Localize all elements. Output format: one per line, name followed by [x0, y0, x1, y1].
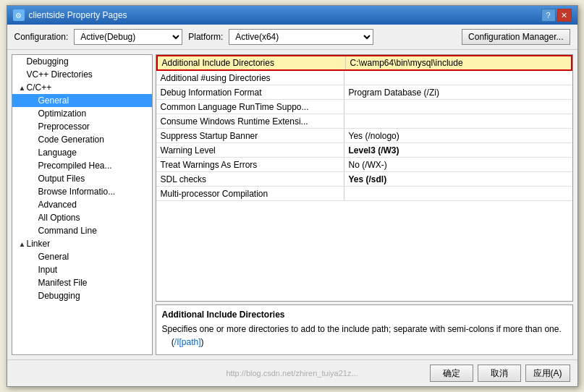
platform-select[interactable]: Active(x64)	[229, 29, 373, 45]
props-name-suppress-startup: Suppress Startup Banner	[156, 129, 344, 142]
properties-table: Additional Include DirectoriesC:\wamp64\…	[156, 54, 573, 302]
right-panel: Additional Include DirectoriesC:\wamp64\…	[156, 54, 573, 355]
watermark: http://blog.csdn.net/zhiren_tuiya21z...	[226, 369, 357, 378]
tree-item-label: Output Files	[38, 174, 85, 184]
main-content: Debugging VC++ Directories ▲ C/C++ Gener…	[7, 50, 577, 359]
tree-item-precomp-headers[interactable]: Precompiled Hea...	[12, 159, 152, 172]
tree-item-language[interactable]: Language	[12, 146, 152, 159]
cancel-button[interactable]: 取消	[478, 365, 521, 382]
config-bar: Configuration: Active(Debug) Platform: A…	[7, 25, 577, 50]
title-bar: ⚙ clientside Property Pages ? ✕	[7, 6, 577, 25]
props-value-consume-winrt	[344, 114, 572, 128]
props-value-multiproc	[344, 187, 572, 200]
props-name-clr-support: Common Language RunTime Suppo...	[156, 100, 344, 114]
description-body: Specifies one or more directories to add…	[162, 324, 562, 334]
tree-item-label: Browse Informatio...	[38, 187, 116, 197]
tree-expand-icon: ▲	[18, 240, 27, 248]
tree-item-label: Input	[38, 265, 58, 275]
tree-item-linker-root[interactable]: ▲ Linker	[12, 237, 152, 250]
tree-item-linker-general[interactable]: General	[12, 250, 152, 263]
tree-item-linker-debugging[interactable]: Debugging	[12, 289, 152, 302]
props-row-treat-warnings[interactable]: Treat Warnings As ErrorsNo (/WX-)	[156, 158, 572, 172]
tree-item-label: Precompiled Hea...	[38, 161, 112, 171]
help-button[interactable]: ?	[541, 9, 556, 22]
props-row-sdl-checks[interactable]: SDL checksYes (/sdl)	[156, 172, 572, 187]
props-value-sdl-checks: Yes (/sdl)	[344, 172, 572, 186]
tree-item-cpp-root[interactable]: ▲ C/C++	[12, 81, 152, 94]
tree-item-advanced[interactable]: Advanced	[12, 198, 152, 211]
tree-item-output-files[interactable]: Output Files	[12, 172, 152, 185]
tree-item-label: Command Line	[38, 226, 97, 236]
props-row-multiproc[interactable]: Multi-processor Compilation	[156, 187, 572, 201]
tree-item-label: Linker	[27, 239, 51, 249]
description-title: Additional Include Directories	[162, 310, 567, 320]
dialog-icon: ⚙	[13, 9, 25, 21]
configuration-select[interactable]: Active(Debug)	[74, 29, 182, 45]
tree-expand-icon: ▲	[18, 84, 27, 92]
props-value-add-using-dirs	[344, 71, 572, 85]
config-manager-button[interactable]: Configuration Manager...	[462, 29, 570, 45]
props-name-warning-level: Warning Level	[156, 143, 344, 157]
description-text: Specifies one or more directories to add…	[162, 323, 567, 349]
props-row-clr-support[interactable]: Common Language RunTime Suppo...	[156, 100, 572, 114]
tree-item-linker-input[interactable]: Input	[12, 263, 152, 276]
tree-item-browse-info[interactable]: Browse Informatio...	[12, 185, 152, 198]
apply-button[interactable]: 应用(A)	[525, 365, 570, 382]
props-name-treat-warnings: Treat Warnings As Errors	[156, 158, 344, 171]
configuration-label: Configuration:	[14, 32, 69, 42]
props-name-add-using-dirs: Additional #using Directories	[156, 71, 344, 85]
tree-item-label: Preprocessor	[38, 122, 90, 132]
tree-item-label: Manifest File	[38, 278, 88, 288]
dialog-window: ⚙ clientside Property Pages ? ✕ Configur…	[7, 5, 578, 387]
title-bar-left: ⚙ clientside Property Pages	[13, 9, 127, 21]
dialog-title: clientside Property Pages	[29, 10, 127, 20]
tree-item-label: All Options	[38, 213, 80, 223]
tree-item-general[interactable]: General	[12, 94, 152, 107]
tree-item-label: General	[38, 95, 69, 106]
props-value-treat-warnings: No (/WX-)	[344, 158, 572, 171]
tree-item-optimization[interactable]: Optimization	[12, 107, 152, 120]
props-name-add-include-dirs: Additional Include Directories	[158, 56, 346, 69]
props-value-add-include-dirs: C:\wamp64\bin\mysql\include	[346, 56, 571, 69]
title-buttons: ? ✕	[541, 9, 572, 22]
props-row-warning-level[interactable]: Warning LevelLevel3 (/W3)	[156, 143, 572, 158]
tree-panel: Debugging VC++ Directories ▲ C/C++ Gener…	[12, 54, 153, 355]
props-name-consume-winrt: Consume Windows Runtime Extensi...	[156, 114, 344, 128]
tree-item-vcpp-dirs[interactable]: VC++ Directories	[12, 68, 152, 81]
props-row-debug-info-format[interactable]: Debug Information FormatProgram Database…	[156, 85, 572, 100]
tree-item-linker-manifest[interactable]: Manifest File	[12, 276, 152, 289]
tree-item-label: Optimization	[38, 108, 87, 119]
props-value-clr-support	[344, 100, 572, 114]
tree-item-label: C/C++	[27, 82, 52, 93]
tree-item-preprocessor[interactable]: Preprocessor	[12, 120, 152, 133]
ok-button[interactable]: 确定	[430, 365, 473, 382]
props-name-debug-info-format: Debug Information Format	[156, 85, 344, 99]
props-row-consume-winrt[interactable]: Consume Windows Runtime Extensi...	[156, 114, 572, 129]
props-value-suppress-startup: Yes (/nologo)	[344, 129, 572, 142]
tree-item-label: VC++ Directories	[27, 69, 93, 80]
props-row-add-include-dirs[interactable]: Additional Include DirectoriesC:\wamp64\…	[156, 55, 572, 71]
props-row-add-using-dirs[interactable]: Additional #using Directories	[156, 71, 572, 85]
platform-label: Platform:	[188, 32, 223, 42]
tree-item-all-options[interactable]: All Options	[12, 211, 152, 224]
props-value-warning-level: Level3 (/W3)	[344, 143, 572, 157]
props-row-suppress-startup[interactable]: Suppress Startup BannerYes (/nologo)	[156, 129, 572, 143]
props-value-debug-info-format: Program Database (/Zi)	[344, 85, 572, 99]
tree-item-label: General	[38, 252, 69, 262]
bottom-bar: http://blog.csdn.net/zhiren_tuiya21z... …	[7, 359, 577, 386]
description-panel: Additional Include Directories Specifies…	[156, 304, 573, 355]
close-button[interactable]: ✕	[557, 9, 572, 22]
description-flag-link: /I[path]	[174, 337, 201, 347]
tree-item-label: Debugging	[27, 56, 69, 67]
tree-item-debugging-root[interactable]: Debugging	[12, 55, 152, 68]
tree-item-label: Advanced	[38, 200, 77, 210]
tree-item-label: Debugging	[38, 291, 80, 301]
description-flag: (/I[path])	[172, 337, 204, 347]
tree-item-label: Code Generation	[38, 135, 104, 145]
tree-item-label: Language	[38, 148, 77, 158]
props-name-sdl-checks: SDL checks	[156, 172, 344, 186]
tree-item-code-gen[interactable]: Code Generation	[12, 133, 152, 146]
props-name-multiproc: Multi-processor Compilation	[156, 187, 344, 200]
tree-item-command-line[interactable]: Command Line	[12, 224, 152, 237]
